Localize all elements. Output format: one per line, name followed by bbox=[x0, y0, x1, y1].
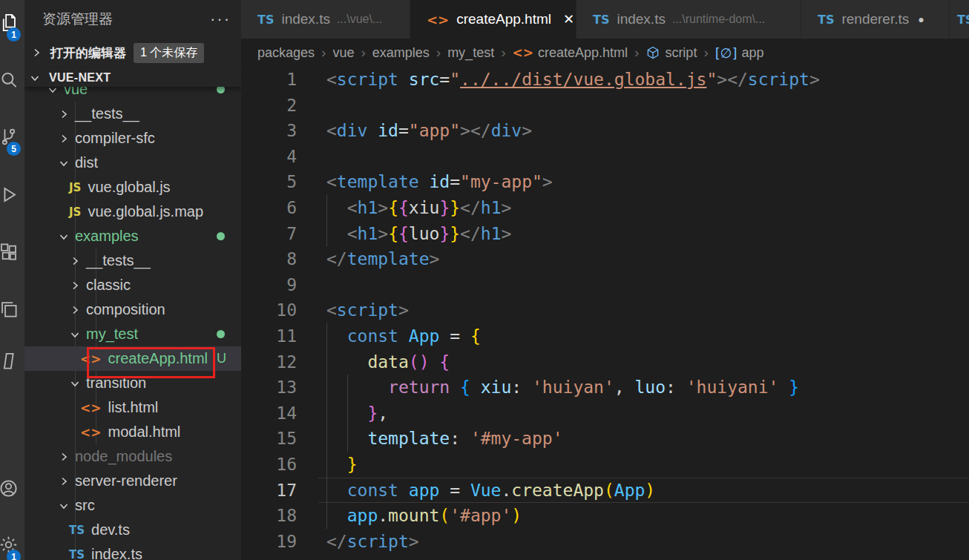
more-actions-icon[interactable]: ··· bbox=[210, 10, 231, 29]
tree-item-node_modules[interactable]: node_modules bbox=[24, 444, 241, 469]
breadcrumb-item-examples[interactable]: examples bbox=[372, 45, 430, 61]
line-number[interactable]: 10 bbox=[241, 297, 297, 323]
code-line-9[interactable]: 9 bbox=[241, 272, 969, 298]
code-line-11[interactable]: 11 const App = { bbox=[241, 323, 969, 349]
line-number[interactable]: 18 bbox=[241, 503, 297, 529]
code-line-19[interactable]: 19</script> bbox=[241, 529, 969, 555]
line-number[interactable]: 13 bbox=[241, 375, 297, 401]
breadcrumb-item-vue[interactable]: vue bbox=[332, 45, 354, 61]
code-line-6[interactable]: 6 <h1>{{xiu}}</h1> bbox=[241, 195, 969, 221]
ts-file-icon: TS bbox=[69, 524, 85, 537]
line-number[interactable]: 5 bbox=[241, 169, 297, 195]
line-number[interactable]: 17 bbox=[241, 478, 297, 504]
tree-item-dist[interactable]: dist bbox=[24, 151, 241, 175]
tree-item-__tests__[interactable]: __tests__ bbox=[24, 102, 241, 126]
line-number[interactable]: 4 bbox=[241, 144, 297, 170]
code-text: } bbox=[326, 452, 358, 478]
tree-item-src[interactable]: src bbox=[24, 493, 241, 518]
code-line-16[interactable]: 16 } bbox=[241, 452, 969, 478]
open-editors-label: 打开的编辑器 bbox=[50, 45, 126, 62]
breadcrumb-item-my_test[interactable]: my_test bbox=[447, 45, 494, 61]
code-line-4[interactable]: 4 bbox=[241, 144, 969, 170]
line-number[interactable]: 6 bbox=[241, 195, 297, 221]
bookmark-icon[interactable] bbox=[0, 343, 24, 378]
tree-item-index.ts[interactable]: TSindex.ts bbox=[24, 542, 241, 560]
settings-badge: 1 bbox=[7, 550, 21, 560]
tab-label: index.ts bbox=[281, 11, 329, 27]
line-number[interactable]: 1 bbox=[241, 67, 297, 93]
tree-item-__tests__[interactable]: __tests__ bbox=[24, 248, 241, 273]
tree-item-classic[interactable]: classic bbox=[24, 273, 241, 297]
line-number[interactable]: 12 bbox=[241, 349, 297, 375]
code-text: const App = { bbox=[326, 323, 481, 349]
tab-path-description: ...\vue\... bbox=[337, 13, 382, 26]
code-line-18[interactable]: 18 app.mount('#app') bbox=[241, 503, 969, 529]
panels-icon[interactable] bbox=[0, 291, 24, 326]
breadcrumb-separator: › bbox=[361, 45, 365, 61]
breadcrumb-item-packages[interactable]: packages bbox=[257, 45, 315, 61]
code-line-5[interactable]: 5<template id="my-app"> bbox=[241, 169, 969, 195]
code-line-17[interactable]: 17 const app = Vue.createApp(App) bbox=[241, 478, 969, 504]
tree-item-examples[interactable]: examples bbox=[24, 224, 241, 248]
breadcrumb-item-script[interactable]: script bbox=[646, 45, 697, 61]
breadcrumb-separator: › bbox=[436, 45, 441, 61]
code-line-12[interactable]: 12 data() { bbox=[241, 349, 969, 375]
breadcrumb-item-app[interactable]: [∅]app bbox=[715, 45, 764, 61]
tree-item-compiler-sfc[interactable]: compiler-sfc bbox=[24, 126, 241, 151]
chevron-right-icon bbox=[69, 255, 81, 267]
code-line-3[interactable]: 3<div id="app"></div> bbox=[241, 118, 969, 144]
tab-path-description: ...\runtime-dom\... bbox=[672, 13, 765, 26]
tab-renderer.ts[interactable]: TSrenderer.ts● bbox=[801, 0, 950, 39]
account-icon[interactable] bbox=[0, 470, 24, 506]
code-line-14[interactable]: 14 }, bbox=[241, 401, 969, 426]
tree-item-transition[interactable]: transition bbox=[24, 371, 241, 395]
code-line-2[interactable]: 2 bbox=[241, 93, 969, 119]
code-line-13[interactable]: 13 return { xiu: 'huiyan', luo: 'huiyani… bbox=[241, 375, 969, 401]
breadcrumb-label: my_test bbox=[447, 45, 494, 61]
tree-item-vue.global.js[interactable]: JSvue.global.js bbox=[24, 175, 241, 200]
open-editors-section[interactable]: 打开的编辑器 1 个未保存 bbox=[24, 39, 241, 67]
code-text: app.mount('#app') bbox=[326, 503, 522, 529]
run-debug-icon[interactable] bbox=[0, 177, 24, 212]
code-line-7[interactable]: 7 <h1>{{luo}}</h1> bbox=[241, 221, 969, 247]
line-number[interactable]: 11 bbox=[241, 323, 297, 349]
line-number[interactable]: 3 bbox=[241, 118, 297, 144]
tree-item-my_test[interactable]: my_test bbox=[24, 322, 241, 346]
tree-item-createApp.html[interactable]: <>createApp.htmlU bbox=[24, 346, 241, 371]
code-editor[interactable]: 1<script src="../../dist/vue.global.js">… bbox=[241, 67, 969, 560]
chevron-right-icon bbox=[58, 133, 70, 145]
tree-item-vue.global.js.map[interactable]: JSvue.global.js.map bbox=[24, 200, 241, 224]
tab-partial[interactable]: TS bbox=[950, 0, 969, 39]
tree-item-modal.html[interactable]: <>modal.html bbox=[24, 420, 241, 444]
tab-index.ts[interactable]: TSindex.ts...\runtime-dom\... bbox=[577, 0, 801, 39]
chevron-right-icon bbox=[58, 475, 70, 487]
close-tab-icon[interactable]: ✕ bbox=[563, 11, 574, 27]
breadcrumb-label: createApp.html bbox=[538, 45, 628, 61]
code-line-8[interactable]: 8</template> bbox=[241, 246, 969, 272]
code-text: <div id="app"></div> bbox=[326, 118, 532, 144]
tree-item-server-renderer[interactable]: server-renderer bbox=[24, 469, 241, 493]
extensions-icon[interactable] bbox=[0, 234, 24, 269]
line-number[interactable]: 19 bbox=[241, 529, 297, 555]
workspace-section-header[interactable]: VUE-NEXT bbox=[24, 68, 241, 87]
tab-label: createApp.html bbox=[456, 11, 551, 27]
line-number[interactable]: 7 bbox=[241, 221, 297, 247]
line-number[interactable]: 8 bbox=[241, 246, 297, 272]
search-icon[interactable] bbox=[0, 62, 24, 97]
tree-item-composition[interactable]: composition bbox=[24, 297, 241, 322]
line-number[interactable]: 2 bbox=[241, 93, 297, 119]
chevron-down-icon bbox=[58, 157, 70, 169]
code-line-10[interactable]: 10<script> bbox=[241, 297, 969, 323]
tree-item-dev.ts[interactable]: TSdev.ts bbox=[24, 518, 241, 542]
line-number[interactable]: 14 bbox=[241, 401, 297, 426]
breadcrumb: packages›vue›examples›my_test›<>createAp… bbox=[241, 39, 969, 67]
tab-createApp.html[interactable]: <>createApp.html✕ bbox=[410, 0, 577, 39]
breadcrumb-item-createApp.html[interactable]: <>createApp.html bbox=[512, 45, 628, 61]
code-line-15[interactable]: 15 template: '#my-app' bbox=[241, 426, 969, 452]
tree-item-list.html[interactable]: <>list.html bbox=[24, 395, 241, 420]
line-number[interactable]: 16 bbox=[241, 452, 297, 478]
line-number[interactable]: 15 bbox=[241, 426, 297, 452]
code-line-1[interactable]: 1<script src="../../dist/vue.global.js">… bbox=[241, 67, 969, 93]
line-number[interactable]: 9 bbox=[241, 272, 297, 298]
tab-index.ts[interactable]: TSindex.ts...\vue\... bbox=[241, 0, 410, 39]
